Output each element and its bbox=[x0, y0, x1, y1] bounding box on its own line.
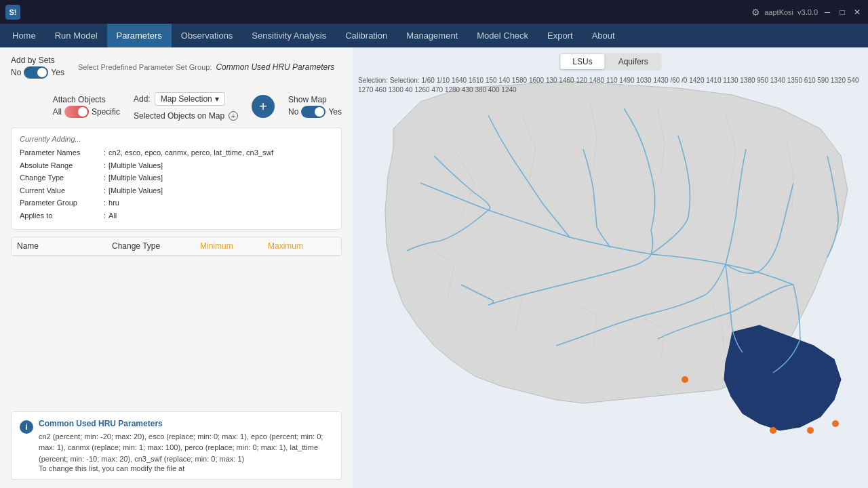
th-maximum: Maximum bbox=[268, 241, 336, 251]
ca-current-value-val: [Multiple Values] bbox=[108, 185, 163, 197]
selected-objects-row: Selected Objects on Map + bbox=[134, 111, 238, 121]
info-text: cn2 (percent; min: -20; max: 20), esco (… bbox=[39, 431, 333, 465]
map-selection-value: Map Selection bbox=[161, 94, 212, 104]
nav-parameters[interactable]: Parameters bbox=[107, 24, 172, 47]
map-tabs: LSUs Aquifers bbox=[559, 53, 661, 70]
all-label: All bbox=[53, 107, 62, 117]
specific-label: Specific bbox=[92, 107, 120, 117]
info-icon: i bbox=[20, 420, 33, 434]
app-logo: S! bbox=[5, 5, 20, 20]
predefined-group: Select Predefined Parameter Set Group: C… bbox=[78, 62, 334, 72]
add-by-sets-group: Add by Sets No Yes bbox=[11, 56, 64, 79]
settings-icon[interactable]: ⚙ bbox=[751, 7, 760, 18]
ca-current-value-key: Current Value bbox=[20, 185, 101, 197]
nav-calibration[interactable]: Calibration bbox=[336, 24, 397, 47]
th-change-type: Change Type bbox=[112, 241, 200, 251]
app-username: aaptKosi bbox=[764, 8, 793, 16]
nav-management[interactable]: Management bbox=[397, 24, 467, 47]
measurement-point-4[interactable] bbox=[832, 420, 839, 427]
ca-absolute-range-key: Absolute Range bbox=[20, 160, 101, 171]
ca-change-type-val: [Multiple Values] bbox=[108, 172, 163, 184]
attach-objects-label: Attach Objects bbox=[53, 95, 120, 104]
info-title: Common Used HRU Parameters bbox=[39, 419, 333, 428]
no-label: No bbox=[11, 68, 21, 77]
add-selected-objects-button[interactable]: + bbox=[229, 111, 238, 121]
titlebar-right: ⚙ aaptKosi v3.0.0 ─ □ ✕ bbox=[751, 7, 863, 18]
ca-change-type-row: Change Type : [Multiple Values] bbox=[20, 172, 333, 184]
ca-parameter-names-key: Parameter Names bbox=[20, 147, 101, 159]
ca-parameter-names-val: cn2, esco, epco, canmx, perco, lat_ttime… bbox=[108, 147, 273, 159]
ca-applies-to-key: Applies to bbox=[20, 210, 101, 222]
add-by-sets-toggle-row: No Yes bbox=[11, 66, 64, 79]
map-visualization[interactable] bbox=[353, 47, 868, 488]
add-by-sets-toggle[interactable] bbox=[24, 66, 48, 79]
add-parameter-button[interactable]: + bbox=[252, 95, 275, 118]
nav-observations[interactable]: Observations bbox=[172, 24, 243, 47]
navbar: Home Run Model Parameters Observations S… bbox=[0, 24, 868, 47]
map-panel: LSUs Aquifers Selection: Selection: 1/60… bbox=[353, 47, 868, 488]
ca-absolute-range-val: [Multiple Values] bbox=[108, 160, 163, 171]
tab-lsus[interactable]: LSUs bbox=[560, 54, 604, 69]
nav-export[interactable]: Export bbox=[538, 24, 583, 47]
maximize-button[interactable]: □ bbox=[837, 7, 848, 18]
titlebar-left: S! bbox=[5, 5, 20, 20]
ca-absolute-range-row: Absolute Range : [Multiple Values] bbox=[20, 160, 333, 171]
attach-toggle-row: All Specific bbox=[53, 106, 120, 118]
table-header: Name Change Type Minimum Maximum bbox=[12, 237, 341, 256]
dropdown-chevron-icon: ▾ bbox=[215, 94, 219, 104]
close-button[interactable]: ✕ bbox=[852, 7, 863, 18]
attach-objects-group: Attach Objects All Specific bbox=[53, 95, 120, 118]
selection-label: Selection: bbox=[358, 77, 390, 84]
currently-adding-title: Currently Adding... bbox=[20, 135, 333, 143]
add-label: Add: bbox=[134, 94, 151, 104]
predefined-label: Select Predefined Parameter Set Group: bbox=[78, 63, 212, 71]
show-map-group: Show Map No Yes bbox=[288, 95, 342, 118]
nav-home[interactable]: Home bbox=[3, 24, 45, 47]
measurement-point-1[interactable] bbox=[682, 376, 688, 383]
nav-run-model[interactable]: Run Model bbox=[45, 24, 107, 47]
show-map-yes: Yes bbox=[328, 107, 342, 117]
ca-parameter-names-row: Parameter Names : cn2, esco, epco, canmx… bbox=[20, 147, 333, 159]
show-map-label: Show Map bbox=[288, 95, 327, 104]
show-map-no: No bbox=[288, 107, 298, 117]
ca-parameter-group-key: Parameter Group bbox=[20, 197, 101, 209]
parameter-table: Name Change Type Minimum Maximum bbox=[11, 237, 342, 256]
map-selection-dropdown[interactable]: Map Selection ▾ bbox=[155, 92, 225, 106]
app-version: v3.0.0 bbox=[797, 8, 818, 16]
attach-toggle[interactable] bbox=[64, 106, 89, 118]
nav-model-check[interactable]: Model Check bbox=[467, 24, 538, 47]
left-panel: Add by Sets No Yes Select Predefined Par… bbox=[0, 47, 353, 488]
th-name: Name bbox=[17, 241, 112, 251]
add-plus-icon: + bbox=[259, 99, 267, 115]
currently-adding-section: Currently Adding... Parameter Names : cn… bbox=[11, 127, 342, 230]
info-content: Common Used HRU Parameters cn2 (percent;… bbox=[39, 419, 333, 473]
map-selection-row: Add: Map Selection ▾ bbox=[134, 92, 238, 106]
info-link: To change this list, you can modify the … bbox=[39, 464, 333, 472]
predefined-value: Common Used HRU Parameters bbox=[216, 62, 334, 72]
ca-change-type-key: Change Type bbox=[20, 172, 101, 184]
tab-aquifers[interactable]: Aquifers bbox=[606, 54, 660, 69]
ca-applies-to-row: Applies to : All bbox=[20, 210, 333, 222]
ca-current-value-row: Current Value : [Multiple Values] bbox=[20, 185, 333, 197]
selected-objects-label: Selected Objects on Map bbox=[134, 111, 224, 121]
selection-values: Selection: 1/60 1/10 1640 1610 150 140 1… bbox=[358, 77, 859, 94]
selection-text: Selection: Selection: 1/60 1/10 1640 161… bbox=[358, 76, 863, 95]
ca-applies-to-val: All bbox=[108, 210, 117, 222]
top-controls-row1: Add by Sets No Yes Select Predefined Par… bbox=[11, 56, 342, 121]
th-minimum: Minimum bbox=[200, 241, 268, 251]
show-map-toggle[interactable] bbox=[301, 106, 326, 118]
measurement-point-3[interactable] bbox=[807, 427, 814, 434]
nav-about[interactable]: About bbox=[583, 24, 625, 47]
yes-label: Yes bbox=[51, 68, 64, 77]
titlebar: S! ⚙ aaptKosi v3.0.0 ─ □ ✕ bbox=[0, 0, 868, 24]
show-map-toggle-row: No Yes bbox=[288, 106, 342, 118]
minimize-button[interactable]: ─ bbox=[822, 7, 833, 18]
ca-parameter-group-val: hru bbox=[108, 197, 119, 209]
ca-parameter-group-row: Parameter Group : hru bbox=[20, 197, 333, 209]
add-by-sets-label: Add by Sets bbox=[11, 56, 64, 65]
info-section: i Common Used HRU Parameters cn2 (percen… bbox=[11, 411, 342, 481]
map-selection-group: Add: Map Selection ▾ Selected Objects on… bbox=[134, 92, 238, 121]
nav-sensitivity-analysis[interactable]: Sensitivity Analysis bbox=[242, 24, 336, 47]
measurement-point-2[interactable] bbox=[770, 427, 776, 434]
main-content: Add by Sets No Yes Select Predefined Par… bbox=[0, 47, 868, 488]
